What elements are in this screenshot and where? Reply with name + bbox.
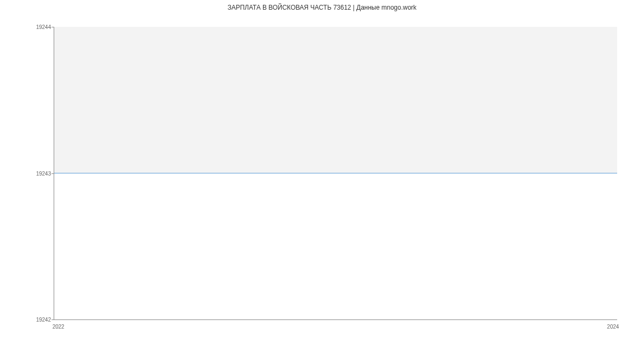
x-tick-label: 2022 [53, 324, 64, 330]
chart-title: ЗАРПЛАТА В ВОЙСКОВАЯ ЧАСТЬ 73612 | Данны… [0, 4, 644, 11]
data-line [54, 173, 617, 173]
area-fill [54, 27, 617, 173]
y-tick-mark [52, 319, 54, 320]
y-tick-mark [52, 173, 54, 174]
x-tick-label: 2024 [607, 324, 619, 330]
y-tick-label: 19242 [36, 317, 51, 323]
salary-chart: ЗАРПЛАТА В ВОЙСКОВАЯ ЧАСТЬ 73612 | Данны… [0, 0, 644, 349]
y-tick-label: 19243 [36, 170, 51, 176]
y-tick-label: 19244 [36, 24, 51, 30]
y-tick-mark [52, 27, 54, 27]
plot-area: 19244 19243 19242 2022 2024 [54, 27, 617, 320]
